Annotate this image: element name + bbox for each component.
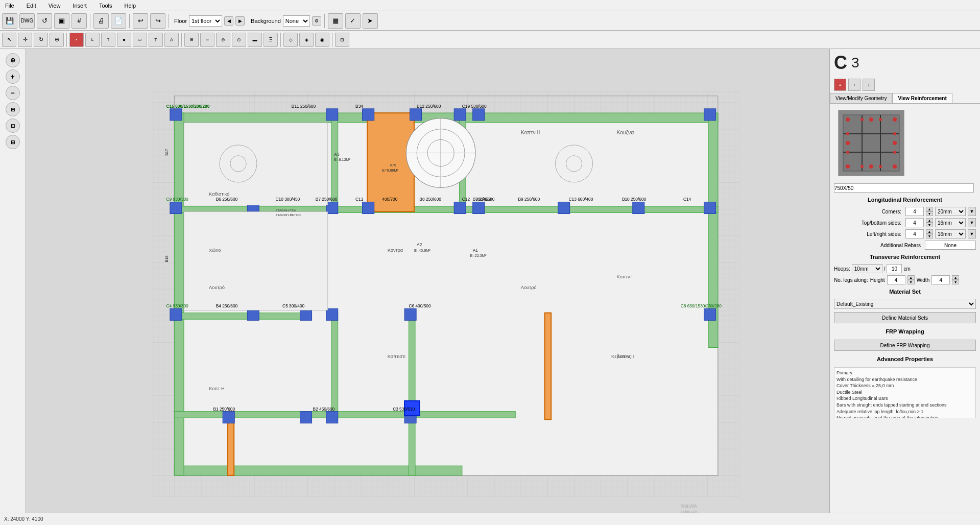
hoops-dia-select[interactable]: 10mm8mm12mm	[852, 264, 882, 273]
t-col-btn[interactable]: T	[101, 33, 115, 47]
view-btn1[interactable]: ▦	[328, 13, 343, 29]
zoom-all[interactable]: ⊡	[6, 118, 20, 133]
print-btn[interactable]: 🖨	[93, 13, 109, 29]
corners-down[interactable]: ▼	[926, 211, 933, 216]
beam-btn[interactable]: T	[149, 33, 163, 47]
zoom-fit[interactable]: ⊕	[6, 53, 20, 67]
menu-help[interactable]: Help	[122, 2, 139, 10]
width-up[interactable]: ▲	[952, 275, 959, 280]
topbottom-dia-select[interactable]: 16mm20mm12mm	[935, 218, 966, 227]
rect-col-btn[interactable]: ▪	[69, 33, 84, 47]
svg-point-134	[846, 132, 849, 135]
menu-edit[interactable]: Edit	[23, 2, 39, 10]
canvas-area[interactable]: C15 630/1530/280/280 B11 250/600 B34 B12…	[26, 49, 829, 513]
floor-next[interactable]: ▶	[235, 16, 245, 26]
height-up[interactable]: ▲	[907, 275, 915, 280]
menu-view[interactable]: View	[45, 2, 64, 10]
new-btn[interactable]: 💾	[2, 13, 17, 29]
circ-col-btn[interactable]: ●	[117, 33, 131, 47]
select-btn[interactable]: ↖	[2, 33, 16, 47]
width-down[interactable]: ▼	[952, 280, 959, 284]
slab-btn[interactable]: ⊞	[184, 33, 199, 47]
shape1-btn[interactable]: ◇	[283, 33, 298, 47]
rp-icon-1[interactable]: ▪	[834, 79, 846, 91]
note-7: Adequate relative lap length: lo/lou,min…	[836, 409, 973, 415]
corners-info[interactable]: ▼	[968, 207, 976, 216]
frame-btn[interactable]: ▬	[248, 33, 262, 47]
beam2-btn[interactable]: ═	[200, 33, 214, 47]
extra-btn[interactable]: ⊟	[335, 33, 349, 47]
dim-btn[interactable]: ⊙	[232, 33, 246, 47]
rotate-btn[interactable]: ↻	[34, 33, 48, 47]
col-text-btn[interactable]: A	[164, 33, 179, 47]
hoops-spacing-input[interactable]	[887, 264, 902, 273]
svg-text:B1 250/600: B1 250/600	[213, 407, 235, 412]
l-col-btn[interactable]: L	[85, 33, 100, 47]
corners-up[interactable]: ▲	[926, 207, 933, 211]
define-material-btn[interactable]: Define Material Sets	[834, 312, 976, 323]
menu-insert[interactable]: Insert	[69, 2, 90, 10]
rp-icon-3[interactable]: ↓	[863, 79, 875, 91]
leftright-up[interactable]: ▲	[926, 229, 933, 234]
shape2-btn[interactable]: ◈	[299, 33, 314, 47]
status-coords: X: 24000 Y: 4100	[4, 516, 43, 522]
floor-dropdown[interactable]: 1st floor 2nd floor 3rd floor	[189, 15, 222, 27]
leftright-down[interactable]: ▼	[926, 234, 933, 238]
rp-icon-2[interactable]: ↑	[848, 79, 861, 91]
topbottom-info[interactable]: ▼	[968, 218, 976, 227]
svg-point-129	[846, 164, 850, 169]
move-btn[interactable]: ✛	[18, 33, 32, 47]
refresh-btn[interactable]: ↺	[37, 13, 52, 29]
text-btn[interactable]: Ξ	[264, 33, 278, 47]
export-btn[interactable]: 📄	[111, 13, 126, 29]
view-btn2[interactable]: ✓	[345, 13, 361, 29]
joint-btn[interactable]: ⊛	[216, 33, 230, 47]
advanced-title: Advanced Properties	[830, 353, 980, 365]
view-btn3[interactable]: ➤	[363, 13, 378, 29]
floor-label: Floor	[174, 18, 187, 24]
zoom-in[interactable]: +	[6, 69, 20, 84]
svg-text:B9 250/600: B9 250/600	[518, 197, 540, 202]
undo-btn[interactable]: ↩	[133, 13, 148, 29]
3d-btn[interactable]: ▣	[54, 13, 69, 29]
svg-rect-32	[326, 202, 338, 214]
tab-geometry[interactable]: View/Modify Geometry	[830, 93, 892, 103]
additional-input[interactable]	[925, 241, 976, 250]
tab-reinforcement[interactable]: View Reinforcement	[892, 93, 952, 103]
menu-file[interactable]: File	[2, 2, 17, 10]
height-down[interactable]: ▼	[907, 280, 915, 284]
leftright-dia-select[interactable]: 16mm20mm12mm	[935, 229, 966, 238]
floor-prev[interactable]: ◀	[224, 16, 233, 26]
open-btn[interactable]: DWG	[19, 13, 35, 29]
rp-icon-row: ▪ ↑ ↓	[830, 77, 980, 93]
zoom-out[interactable]: −	[6, 86, 20, 100]
background-dropdown[interactable]: None DXF Image	[283, 15, 310, 27]
menu-tools[interactable]: Tools	[96, 2, 115, 10]
dimension-input[interactable]	[834, 183, 974, 193]
leftright-input[interactable]	[905, 229, 924, 238]
redo-btn[interactable]: ↪	[150, 13, 165, 29]
grid-btn[interactable]: #	[71, 13, 87, 29]
define-frp-btn[interactable]: Define FRP Wrapping	[834, 340, 976, 351]
wall-btn[interactable]: ▭	[133, 33, 147, 47]
topbottom-down[interactable]: ▼	[926, 223, 933, 227]
corners-input[interactable]	[905, 207, 924, 216]
zoom-window[interactable]: ⊞	[6, 102, 20, 116]
left-panel: ⊕ + − ⊞ ⊡ ⊟	[0, 49, 26, 513]
width-input[interactable]	[931, 275, 950, 284]
topbottom-up[interactable]: ▲	[926, 218, 933, 223]
main-area: ⊕ + − ⊞ ⊡ ⊟	[0, 49, 980, 513]
zoom-select[interactable]: ⊟	[6, 135, 20, 149]
topbottom-input[interactable]	[905, 218, 924, 227]
svg-rect-119	[843, 115, 899, 171]
leftright-info[interactable]: ▼	[968, 229, 976, 238]
corners-dia-select[interactable]: 20mm16mm12mm	[935, 207, 966, 216]
svg-text:zajian.com: zajian.com	[681, 509, 699, 513]
shape3-btn[interactable]: ◉	[315, 33, 329, 47]
copy-btn[interactable]: ⊕	[50, 33, 64, 47]
right-panel: C 3 ▪ ↑ ↓ View/Modify Geometry View Rein…	[829, 49, 980, 513]
material-select[interactable]: Default_Existing Default_New	[834, 299, 976, 309]
height-input[interactable]	[887, 275, 905, 284]
svg-text:B12 250/600: B12 250/600	[417, 104, 441, 109]
bg-settings[interactable]: ⚙	[312, 16, 321, 26]
